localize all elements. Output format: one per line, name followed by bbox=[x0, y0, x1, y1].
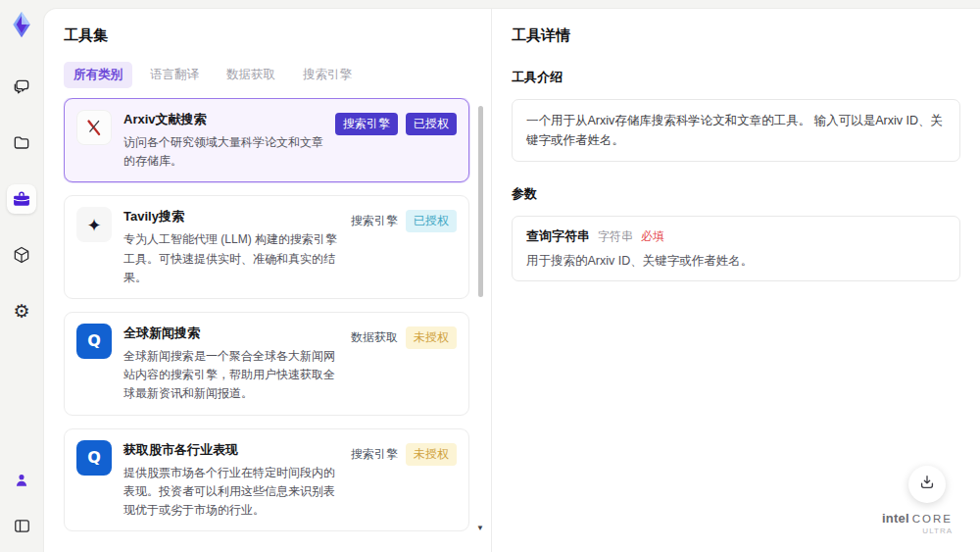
user-avatar-button[interactable] bbox=[7, 466, 36, 495]
param-description: 用于搜索的Arxiv ID、关键字或作者姓名。 bbox=[526, 253, 946, 270]
param-box: 查询字符串 字符串 必填 用于搜索的Arxiv ID、关键字或作者姓名。 bbox=[512, 216, 960, 281]
scroll-down-icon[interactable]: ▼ bbox=[476, 524, 483, 532]
tool-name: 全球新闻搜索 bbox=[123, 325, 339, 342]
briefcase-icon bbox=[12, 189, 31, 209]
tool-list-panel: 工具集 所有类别 语言翻译 数据获取 搜索引擎 Arxiv文献搜索 访问各个研究… bbox=[44, 9, 491, 552]
brand-sub-text: ultra bbox=[882, 527, 953, 536]
tool-card-tavily[interactable]: ✦ Tavily搜索 专为人工智能代理 (LLM) 构建的搜索引擎工具。可快速提… bbox=[64, 195, 469, 299]
sidebar-nav: ⚙ bbox=[7, 73, 36, 326]
avatar-icon bbox=[13, 472, 30, 489]
auth-status-badge: 已授权 bbox=[406, 210, 457, 232]
quark-search-icon: Q bbox=[76, 440, 112, 476]
category-tabs: 所有类别 语言翻译 数据获取 搜索引擎 bbox=[64, 62, 491, 88]
panel-toggle-button[interactable] bbox=[7, 511, 36, 540]
chat-icon bbox=[12, 77, 31, 97]
sidebar-footer bbox=[7, 466, 36, 540]
category-label: 搜索引擎 bbox=[351, 210, 398, 232]
quark-search-icon: Q bbox=[76, 324, 112, 359]
tool-card-list: Arxiv文献搜索 访问各个研究领域大量科学论文和文章的存储库。 搜索引擎 已授… bbox=[64, 98, 483, 534]
tool-detail-panel: 工具详情 工具介绍 一个用于从Arxiv存储库搜索科学论文和文章的工具。 输入可… bbox=[491, 9, 980, 552]
app-logo bbox=[7, 10, 36, 39]
tab-language-translation[interactable]: 语言翻译 bbox=[140, 62, 209, 88]
tab-search-engine[interactable]: 搜索引擎 bbox=[293, 62, 362, 88]
tool-name: Tavily搜索 bbox=[123, 208, 339, 226]
sidebar-item-chat[interactable] bbox=[7, 73, 36, 102]
detail-title: 工具详情 bbox=[512, 26, 960, 45]
download-button[interactable] bbox=[908, 466, 946, 503]
page-title: 工具集 bbox=[64, 26, 491, 45]
param-type: 字符串 bbox=[598, 228, 633, 245]
sidebar-item-packages[interactable] bbox=[7, 240, 36, 270]
tool-card-sector-performance[interactable]: Q 获取股市各行业表现 提供股票市场各个行业在特定时间段内的表现。投资者可以利用… bbox=[64, 428, 469, 532]
brand-intel-text: intel bbox=[882, 511, 909, 526]
download-icon bbox=[917, 473, 937, 496]
sidebar-item-settings[interactable]: ⚙ bbox=[7, 296, 36, 326]
category-label: 数据获取 bbox=[351, 326, 398, 349]
tool-name: 获取股市各行业表现 bbox=[123, 441, 339, 459]
intro-heading: 工具介绍 bbox=[512, 69, 960, 86]
intro-box: 一个用于从Arxiv存储库搜索科学论文和文章的工具。 输入可以是Arxiv ID… bbox=[512, 99, 960, 162]
sidebar: ⚙ bbox=[0, 0, 43, 552]
category-badge: 搜索引擎 bbox=[335, 113, 398, 135]
tool-description: 提供股票市场各个行业在特定时间段内的表现。投资者可以利用这些信息来识别表现优于或… bbox=[123, 464, 339, 521]
tab-data-fetching[interactable]: 数据获取 bbox=[217, 62, 285, 88]
gear-icon: ⚙ bbox=[13, 302, 29, 321]
category-label: 搜索引擎 bbox=[351, 443, 398, 466]
param-required-flag: 必填 bbox=[641, 228, 664, 245]
main-canvas: 工具集 所有类别 语言翻译 数据获取 搜索引擎 Arxiv文献搜索 访问各个研究… bbox=[43, 8, 980, 552]
sidebar-item-tools[interactable] bbox=[7, 184, 36, 214]
auth-status-badge: 未授权 bbox=[406, 443, 457, 466]
panel-toggle-icon bbox=[13, 517, 31, 535]
tab-all-categories[interactable]: 所有类别 bbox=[64, 62, 132, 88]
cube-icon bbox=[12, 245, 31, 265]
brand-core-text: core bbox=[912, 513, 953, 525]
param-name: 查询字符串 bbox=[526, 227, 590, 245]
tool-description: 专为人工智能代理 (LLM) 构建的搜索引擎工具。可快速提供实时、准确和真实的结… bbox=[123, 230, 339, 287]
tool-description: 访问各个研究领域大量科学论文和文章的存储库。 bbox=[123, 133, 323, 171]
intro-text: 一个用于从Arxiv存储库搜索科学论文和文章的工具。 输入可以是Arxiv ID… bbox=[526, 111, 946, 150]
tool-card-arxiv[interactable]: Arxiv文献搜索 访问各个研究领域大量科学论文和文章的存储库。 搜索引擎 已授… bbox=[64, 98, 469, 182]
auth-status-badge: 未授权 bbox=[406, 326, 457, 349]
folder-icon bbox=[12, 133, 31, 153]
tavily-star-icon: ✦ bbox=[76, 207, 112, 242]
intel-core-logo: intelcore ultra bbox=[882, 512, 953, 536]
sidebar-item-files[interactable] bbox=[7, 128, 36, 158]
params-heading: 参数 bbox=[512, 185, 960, 203]
tool-name: Arxiv文献搜索 bbox=[123, 111, 323, 128]
tool-card-global-news[interactable]: Q 全球新闻搜索 全球新闻搜索是一个聚合全球各大新闻网站内容的搜索引擎，帮助用户… bbox=[64, 312, 469, 416]
tool-description: 全球新闻搜索是一个聚合全球各大新闻网站内容的搜索引擎，帮助用户快速获取全球最新资… bbox=[123, 347, 339, 404]
auth-status-badge: 已授权 bbox=[406, 113, 457, 135]
arxiv-chi-icon bbox=[76, 110, 112, 145]
list-scrollbar-thumb[interactable] bbox=[478, 106, 483, 297]
